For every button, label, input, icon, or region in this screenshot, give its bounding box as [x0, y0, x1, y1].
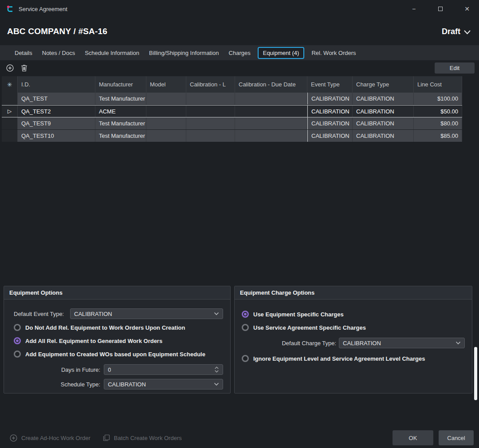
cell-calibration-due[interactable] — [235, 117, 307, 129]
radio-add-all-equipment[interactable]: Add All Rel. Equipment to Generated Work… — [14, 336, 223, 346]
cell-id[interactable]: QA_TEST10 — [18, 130, 95, 142]
radio-label: Use Equipment Specific Charges — [253, 311, 344, 318]
tab-schedule-information[interactable]: Schedule Information — [80, 47, 144, 58]
add-row-button[interactable] — [6, 64, 14, 72]
cell-event-type[interactable]: CALIBRATION — [307, 105, 353, 117]
row-indicator-cell[interactable]: ▷ — [2, 105, 18, 117]
cell-calibration-last[interactable] — [186, 130, 235, 142]
cell-event-type[interactable]: CALIBRATION — [307, 117, 353, 129]
cell-calibration-last[interactable] — [186, 117, 235, 129]
status-dropdown[interactable]: Draft — [442, 27, 471, 36]
delete-row-button[interactable] — [21, 64, 27, 72]
cell-calibration-due[interactable] — [235, 130, 307, 142]
cell-calibration-due[interactable] — [235, 93, 307, 105]
edit-button[interactable]: Edit — [435, 62, 475, 74]
schedule-type-value: CALIBRATION — [108, 381, 146, 388]
cell-manufacturer[interactable]: Test Manufacturer — [95, 130, 146, 142]
default-charge-type-value: CALIBRATION — [343, 340, 381, 347]
cell-calibration-last[interactable] — [186, 93, 235, 105]
stepper-up-down-icon[interactable] — [214, 366, 219, 373]
equipment-options-panel: Equipment Options Default Event Type: CA… — [4, 286, 231, 393]
table-row-selected[interactable]: ▷ QA_TEST2 ACME CALIBRATION CALIBRATION … — [2, 105, 462, 117]
close-button[interactable]: ✕ — [463, 5, 471, 12]
radio-use-service-agreement-charges[interactable]: Use Service Agreement Specific Charges — [242, 323, 465, 332]
cell-event-type[interactable]: CALIBRATION — [307, 93, 353, 105]
cell-line-cost[interactable]: $85.00 — [414, 130, 462, 142]
cell-model[interactable] — [146, 130, 186, 142]
cell-line-cost[interactable]: $100.00 — [414, 93, 462, 105]
radio-label: Ignore Equipment Level and Service Agree… — [253, 355, 425, 362]
chevron-down-icon — [455, 341, 461, 345]
radio-do-not-add-equipment[interactable]: Do Not Add Rel. Equipment to Work Orders… — [14, 323, 223, 332]
schedule-type-row: Schedule Type: CALIBRATION — [14, 379, 223, 390]
column-header-manufacturer[interactable]: Manufacturer — [95, 76, 146, 93]
column-header-model[interactable]: Model — [146, 76, 186, 93]
cell-event-type[interactable]: CALIBRATION — [307, 130, 353, 142]
record-header: ABC COMPANY / #SA-16 Draft — [0, 18, 479, 45]
tab-equipment[interactable]: Equipment (4) — [258, 47, 305, 59]
column-header-line-cost[interactable]: Line Cost — [414, 76, 462, 93]
equipment-charge-options-panel: Equipment Charge Options Use Equipment S… — [234, 286, 472, 393]
cell-line-cost[interactable]: $50.00 — [414, 105, 462, 117]
column-chooser-gear-icon[interactable]: ✳ — [2, 76, 18, 93]
cell-id[interactable]: QA_TEST9 — [18, 117, 95, 129]
cell-calibration-last[interactable] — [186, 105, 235, 117]
equipment-charge-options-title: Equipment Charge Options — [235, 286, 472, 300]
cell-model[interactable] — [146, 93, 186, 105]
cell-model[interactable] — [146, 117, 186, 129]
grid-header-row: ✳ I.D. Manufacturer Model Calibration - … — [2, 76, 462, 93]
tab-notes-docs[interactable]: Notes / Docs — [37, 47, 80, 58]
cell-charge-type[interactable]: CALIBRATION — [353, 130, 414, 142]
radio-icon — [242, 355, 249, 362]
column-header-calibration-last[interactable]: Calibration - L — [186, 76, 235, 93]
column-header-charge-type[interactable]: Charge Type — [353, 76, 414, 93]
cancel-button[interactable]: Cancel — [439, 430, 474, 445]
column-header-id[interactable]: I.D. — [18, 76, 95, 93]
cell-manufacturer[interactable]: Test Manufacturer — [95, 117, 146, 129]
row-indicator-cell[interactable] — [2, 117, 18, 129]
default-event-type-row: Default Event Type: CALIBRATION — [14, 308, 223, 319]
cell-charge-type[interactable]: CALIBRATION — [353, 117, 414, 129]
batch-pages-icon — [103, 434, 110, 441]
radio-add-equipment-by-schedule[interactable]: Add Equipment to Created WOs based upon … — [14, 349, 223, 359]
cell-manufacturer[interactable]: Test Manufacturer — [95, 93, 146, 105]
default-event-type-select[interactable]: CALIBRATION — [70, 308, 223, 319]
batch-create-work-orders-button[interactable]: Batch Create Work Orders — [98, 431, 186, 445]
radio-label: Use Service Agreement Specific Charges — [253, 324, 366, 331]
days-in-future-stepper[interactable]: 0 — [104, 364, 223, 375]
radio-ignore-equipment-sa-charges[interactable]: Ignore Equipment Level and Service Agree… — [242, 354, 465, 363]
cell-calibration-due[interactable] — [235, 105, 307, 117]
table-row[interactable]: QA_TEST10 Test Manufacturer CALIBRATION … — [2, 130, 462, 142]
cell-manufacturer[interactable]: ACME — [95, 105, 146, 117]
tab-rel-work-orders[interactable]: Rel. Work Orders — [306, 47, 361, 58]
create-adhoc-work-order-button[interactable]: Create Ad-Hoc Work Order — [5, 431, 95, 445]
maximize-button[interactable] — [436, 5, 444, 12]
radio-use-equipment-specific-charges[interactable]: Use Equipment Specific Charges — [242, 309, 465, 319]
ok-button[interactable]: OK — [393, 430, 433, 445]
column-header-calibration-due[interactable]: Calibration - Due Date — [235, 76, 307, 93]
cell-charge-type[interactable]: CALIBRATION — [353, 93, 414, 105]
window-controls: − ✕ — [410, 5, 471, 12]
cell-id[interactable]: QA_TEST — [18, 93, 95, 105]
default-event-type-value: CALIBRATION — [74, 311, 112, 317]
tab-details[interactable]: Details — [10, 47, 37, 58]
schedule-type-select[interactable]: CALIBRATION — [104, 379, 223, 390]
table-row[interactable]: QA_TEST9 Test Manufacturer CALIBRATION C… — [2, 117, 462, 130]
minimize-button[interactable]: − — [410, 5, 418, 12]
table-row[interactable]: QA_TEST Test Manufacturer CALIBRATION CA… — [2, 93, 462, 105]
tab-billing-shipping-information[interactable]: Billing/Shipping Information — [144, 47, 224, 58]
radio-icon — [242, 324, 249, 331]
row-indicator-cell[interactable] — [2, 130, 18, 142]
cell-id[interactable]: QA_TEST2 — [18, 105, 95, 117]
vertical-scrollbar-thumb[interactable] — [474, 347, 477, 400]
column-header-event-type[interactable]: Event Type — [307, 76, 353, 93]
cell-model[interactable] — [146, 105, 186, 117]
dialog-footer: Create Ad-Hoc Work Order Batch Create Wo… — [0, 428, 479, 448]
cell-line-cost[interactable]: $80.00 — [414, 117, 462, 129]
tab-charges[interactable]: Charges — [224, 47, 255, 58]
default-charge-type-select[interactable]: CALIBRATION — [339, 338, 465, 348]
trash-icon — [21, 64, 27, 72]
circle-plus-icon — [10, 434, 17, 442]
cell-charge-type[interactable]: CALIBRATION — [353, 105, 414, 117]
row-indicator-cell[interactable] — [2, 93, 18, 105]
